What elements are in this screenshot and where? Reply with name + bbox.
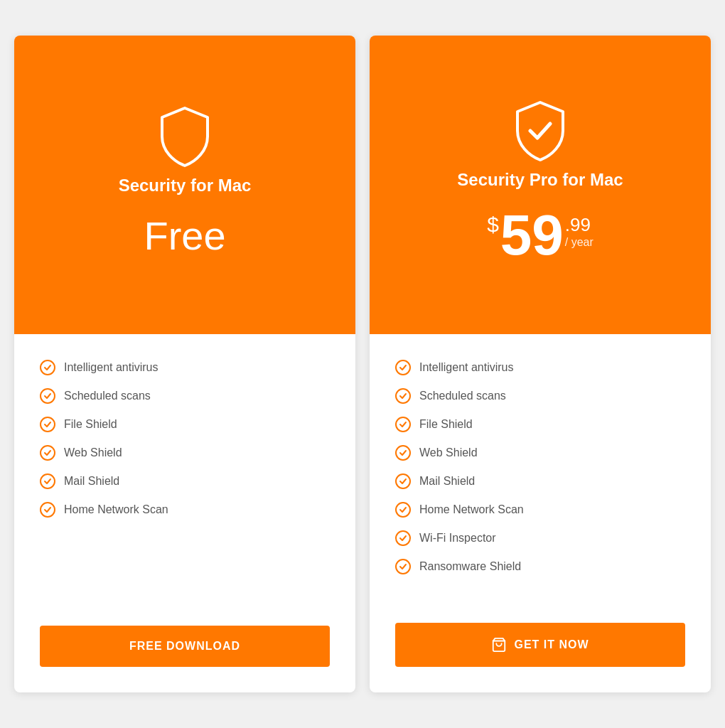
feature-label: Scheduled scans (419, 390, 506, 402)
check-circle-icon (395, 473, 411, 489)
check-circle-icon (40, 502, 55, 518)
get-it-now-label: GET IT NOW (514, 638, 589, 651)
feature-label: Intelligent antivirus (419, 361, 514, 374)
check-circle-icon (395, 360, 411, 375)
card-pro-title: Security Pro for Mac (457, 170, 623, 190)
shield-check-icon (512, 99, 569, 156)
list-item: File Shield (40, 417, 330, 432)
card-pro-header: Security Pro for Mac $ 59 .99 / year (370, 36, 711, 334)
feature-label: Web Shield (64, 446, 122, 459)
price-main-number: 59 (500, 207, 564, 264)
feature-label: Web Shield (419, 446, 478, 459)
feature-label: Scheduled scans (64, 390, 151, 402)
card-free-features: Intelligent antivirus Scheduled scans Fi… (14, 334, 355, 611)
list-item: Scheduled scans (395, 388, 685, 404)
price-period: / year (565, 236, 594, 249)
cart-icon (491, 637, 507, 653)
list-item: Intelligent antivirus (395, 360, 685, 375)
shield-outline-icon (156, 105, 213, 161)
pricing-cards: Security for Mac Free Intelligent antivi… (14, 36, 711, 692)
feature-label: Intelligent antivirus (64, 361, 159, 374)
check-circle-icon (40, 388, 55, 404)
feature-label: File Shield (419, 418, 473, 431)
list-item: Web Shield (395, 445, 685, 461)
card-pro-footer: GET IT NOW (370, 609, 711, 692)
feature-label: Mail Shield (419, 475, 475, 488)
feature-label: Ransomware Shield (419, 560, 521, 573)
card-pro-features: Intelligent antivirus Scheduled scans Fi… (370, 334, 711, 609)
list-item: Wi-Fi Inspector (395, 530, 685, 546)
card-pro: Security Pro for Mac $ 59 .99 / year Int… (370, 36, 711, 692)
check-circle-icon (395, 530, 411, 546)
check-circle-icon (395, 502, 411, 518)
feature-label: Home Network Scan (64, 503, 168, 516)
check-circle-icon (40, 473, 55, 489)
check-circle-icon (395, 445, 411, 461)
check-circle-icon (395, 559, 411, 574)
list-item: Ransomware Shield (395, 559, 685, 574)
card-free: Security for Mac Free Intelligent antivi… (14, 36, 355, 692)
check-circle-icon (395, 388, 411, 404)
get-it-now-button[interactable]: GET IT NOW (395, 623, 685, 667)
feature-label: File Shield (64, 418, 117, 431)
list-item: Mail Shield (40, 473, 330, 489)
list-item: File Shield (395, 417, 685, 432)
check-circle-icon (40, 445, 55, 461)
free-download-button[interactable]: FREE DOWNLOAD (40, 626, 330, 667)
list-item: Mail Shield (395, 473, 685, 489)
free-download-label: FREE DOWNLOAD (129, 640, 240, 653)
feature-label: Mail Shield (64, 475, 119, 488)
price-dollar-sign: $ (487, 213, 499, 237)
card-free-price: Free (144, 213, 225, 259)
check-circle-icon (40, 417, 55, 432)
feature-label: Wi-Fi Inspector (419, 532, 496, 545)
price-cents: .99 (565, 214, 591, 236)
card-free-footer: FREE DOWNLOAD (14, 611, 355, 692)
card-free-title: Security for Mac (119, 176, 252, 196)
feature-label: Home Network Scan (419, 503, 524, 516)
check-circle-icon (40, 360, 55, 375)
card-pro-price: $ 59 .99 / year (487, 207, 594, 264)
card-free-header: Security for Mac Free (14, 36, 355, 334)
list-item: Home Network Scan (40, 502, 330, 518)
list-item: Scheduled scans (40, 388, 330, 404)
list-item: Intelligent antivirus (40, 360, 330, 375)
list-item: Web Shield (40, 445, 330, 461)
list-item: Home Network Scan (395, 502, 685, 518)
check-circle-icon (395, 417, 411, 432)
price-right-section: .99 / year (565, 207, 594, 249)
